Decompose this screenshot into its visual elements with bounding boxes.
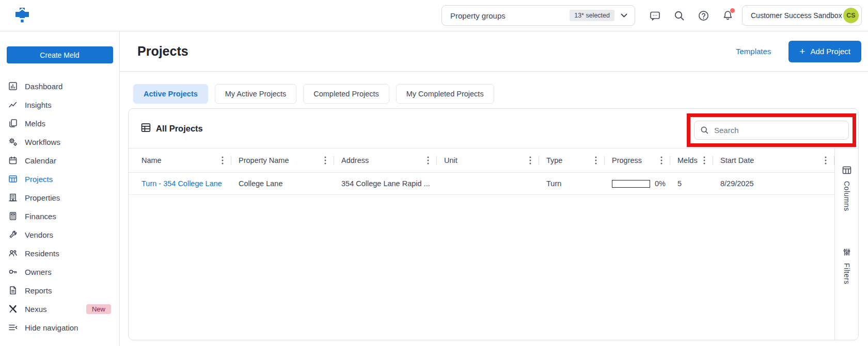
column-menu-icon[interactable] xyxy=(424,156,432,165)
sidebar-item-label: Dashboard xyxy=(25,82,62,91)
sidebar-item-reports[interactable]: Reports xyxy=(0,281,119,300)
sidebar-item-label: Calendar xyxy=(25,156,56,165)
topbar-icon-group xyxy=(649,9,734,22)
notification-dot xyxy=(730,8,735,13)
search-input[interactable] xyxy=(694,121,849,140)
sidebar-item-workflows[interactable]: Workflows xyxy=(0,133,119,151)
column-menu-icon[interactable] xyxy=(219,156,226,165)
sidebar-item-calendar[interactable]: Calendar xyxy=(0,151,119,170)
page-header: Projects Templates + Add Project xyxy=(120,31,868,72)
selected-count-badge: 13* selected xyxy=(570,10,614,21)
residents-icon xyxy=(8,248,18,258)
property-meld-logo[interactable] xyxy=(14,7,31,24)
sidebar-item-label: Properties xyxy=(25,193,60,202)
table-side-toolbar: Columns Filters xyxy=(834,149,858,340)
sidebar-nav: Dashboard Insights Melds xyxy=(0,77,119,337)
sidebar: Create Meld Dashboard Insights xyxy=(0,31,120,346)
chat-icon[interactable] xyxy=(649,9,661,22)
help-icon[interactable] xyxy=(697,9,709,22)
columns-label: Columns xyxy=(843,181,851,211)
column-menu-icon[interactable] xyxy=(592,156,599,165)
column-header-progress[interactable]: Progress xyxy=(605,149,670,172)
columns-panel-tab[interactable]: Columns xyxy=(842,166,851,211)
sidebar-item-nexus[interactable]: Nexus New xyxy=(0,300,119,318)
property-groups-dropdown[interactable]: Property groups 13* selected xyxy=(441,5,635,26)
tab-active-projects[interactable]: Active Projects xyxy=(133,84,208,104)
properties-icon xyxy=(8,192,18,203)
column-menu-icon[interactable] xyxy=(701,156,708,165)
column-header-unit[interactable]: Unit xyxy=(437,149,539,172)
notification-bell-icon[interactable] xyxy=(721,9,734,22)
column-menu-icon[interactable] xyxy=(822,156,829,165)
column-header-start-date[interactable]: Start Date xyxy=(713,149,834,172)
sidebar-item-finances[interactable]: Finances xyxy=(0,207,119,225)
account-name: Customer Success Sandbox xyxy=(751,11,842,20)
annotation-highlight-box xyxy=(687,113,856,147)
project-tabs: Active Projects My Active Projects Compl… xyxy=(120,72,868,104)
column-menu-icon[interactable] xyxy=(658,156,665,165)
column-menu-icon[interactable] xyxy=(322,156,329,165)
melds-icon xyxy=(8,118,18,128)
tab-my-completed-projects[interactable]: My Completed Projects xyxy=(396,84,494,104)
cell-melds: 5 xyxy=(670,179,713,188)
progress-bar xyxy=(612,180,650,188)
column-header-melds[interactable]: Melds xyxy=(670,149,713,172)
chevron-down-icon xyxy=(621,11,627,20)
column-header-property-name[interactable]: Property Name xyxy=(231,149,334,172)
sidebar-item-label: Vendors xyxy=(25,230,53,239)
cell-address: 354 College Lane Rapid ... xyxy=(334,179,437,188)
column-header-name[interactable]: Name xyxy=(129,149,231,172)
sidebar-item-projects[interactable]: Projects xyxy=(0,170,119,188)
search-box xyxy=(694,121,849,140)
tab-completed-projects[interactable]: Completed Projects xyxy=(303,84,389,104)
sidebar-item-melds[interactable]: Melds xyxy=(0,114,119,133)
page-title: Projects xyxy=(137,44,188,59)
sidebar-item-owners[interactable]: Owners xyxy=(0,262,119,281)
all-projects-card: All Projects Name xyxy=(128,108,859,340)
card-header: All Projects xyxy=(129,109,858,148)
sidebar-item-vendors[interactable]: Vendors xyxy=(0,225,119,244)
progress-label: 0% xyxy=(655,179,666,188)
cell-property-name: College Lane xyxy=(231,179,334,188)
column-menu-icon[interactable] xyxy=(527,156,534,165)
sidebar-item-label: Insights xyxy=(25,101,52,109)
topbar: Property groups 13* selected xyxy=(0,0,868,31)
vendors-icon xyxy=(8,229,18,240)
column-header-type[interactable]: Type xyxy=(539,149,605,172)
hide-navigation-button[interactable]: Hide navigation xyxy=(0,318,119,337)
plus-icon: + xyxy=(799,46,805,56)
card-title: All Projects xyxy=(141,123,203,135)
table-row: Turn - 354 College Lane College Lane 354… xyxy=(129,173,834,195)
add-project-button[interactable]: + Add Project xyxy=(788,41,861,62)
card-title-label: All Projects xyxy=(156,124,203,134)
sidebar-item-dashboard[interactable]: Dashboard xyxy=(0,77,119,95)
sidebar-item-properties[interactable]: Properties xyxy=(0,188,119,207)
new-badge: New xyxy=(86,304,111,314)
account-menu[interactable]: Customer Success Sandbox CS xyxy=(742,5,862,26)
search-icon xyxy=(700,126,709,137)
sidebar-item-residents[interactable]: Residents xyxy=(0,244,119,262)
filters-panel-tab[interactable]: Filters xyxy=(842,248,851,285)
projects-table: Name Property Name Address xyxy=(129,149,834,340)
cell-progress: 0% xyxy=(605,179,670,188)
column-header-address[interactable]: Address xyxy=(334,149,437,172)
avatar: CS xyxy=(843,8,859,23)
create-meld-button[interactable]: Create Meld xyxy=(7,46,113,63)
tab-my-active-projects[interactable]: My Active Projects xyxy=(215,84,296,104)
columns-icon xyxy=(842,166,851,177)
sidebar-item-label: Workflows xyxy=(25,138,60,146)
table-grid-icon xyxy=(141,123,151,135)
search-icon[interactable] xyxy=(673,9,685,22)
hide-navigation-label: Hide navigation xyxy=(25,323,78,332)
project-link[interactable]: Turn - 354 College Lane xyxy=(141,179,222,188)
sidebar-item-insights[interactable]: Insights xyxy=(0,95,119,114)
sidebar-item-label: Reports xyxy=(25,286,52,295)
templates-link[interactable]: Templates xyxy=(736,47,771,56)
collapse-sidebar-icon xyxy=(8,322,18,333)
sidebar-item-label: Melds xyxy=(25,119,45,128)
card-body: Name Property Name Address xyxy=(129,148,858,340)
filters-label: Filters xyxy=(843,263,851,285)
cell-start-date: 8/29/2025 xyxy=(713,179,834,188)
sidebar-item-label: Projects xyxy=(25,175,53,184)
sidebar-item-label: Owners xyxy=(25,268,52,276)
